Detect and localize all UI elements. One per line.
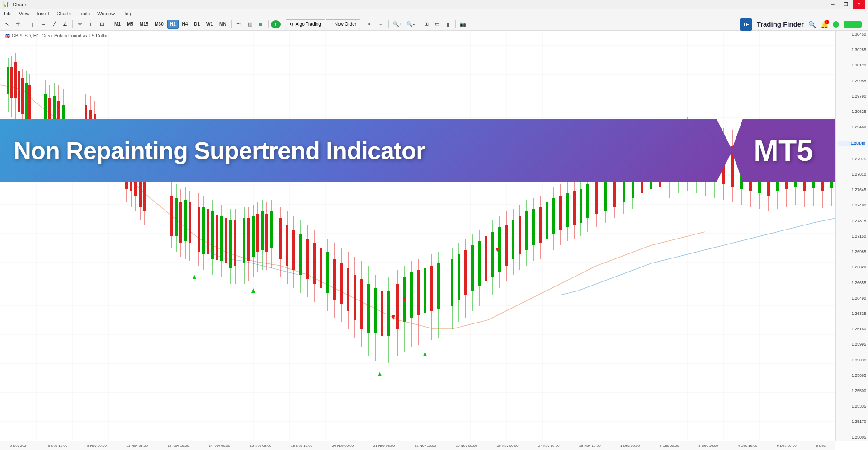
minimize-button[interactable]: ─: [826, 0, 839, 9]
svg-rect-74: [247, 218, 250, 261]
price-label: 1.25830: [838, 358, 866, 362]
banner-badge-text: MT5: [754, 133, 813, 168]
screenshot-btn[interactable]: 📷: [458, 19, 468, 29]
svg-rect-82: [265, 214, 268, 252]
time-label: 2 Dec 00:00: [660, 444, 679, 448]
vline-tool[interactable]: |: [28, 19, 38, 29]
price-label: 1.27975: [838, 157, 866, 161]
titlebar-left: 📊 Charts: [3, 1, 27, 7]
time-axis: 5 Nov 2024 6 Nov 16:00 8 Nov 00:00 11 No…: [0, 441, 835, 450]
svg-rect-114: [374, 288, 377, 333]
svg-rect-175: [573, 191, 576, 225]
tf-mn[interactable]: MN: [217, 20, 229, 29]
svg-rect-106: [347, 268, 349, 311]
menu-charts[interactable]: Charts: [53, 9, 75, 18]
chart-type-line[interactable]: 〜: [234, 19, 244, 29]
chart-shift-btn[interactable]: ⇤: [365, 19, 375, 29]
indicators-btn[interactable]: f: [271, 20, 281, 28]
price-label: 1.27810: [838, 172, 866, 177]
zoom-out-btn[interactable]: 🔍-: [405, 19, 416, 29]
text-tool[interactable]: T: [86, 19, 96, 29]
svg-rect-55: [202, 207, 205, 254]
app-icon: 📊: [3, 1, 9, 7]
tf-w1[interactable]: W1: [203, 20, 216, 29]
pen-tool[interactable]: ✏: [75, 19, 85, 29]
notification-btn[interactable]: 🔔 1: [821, 21, 828, 28]
svg-rect-4: [10, 67, 13, 98]
vol-btn[interactable]: ▭: [432, 19, 442, 29]
svg-rect-8: [18, 71, 20, 112]
svg-rect-90: [292, 230, 295, 270]
svg-rect-86: [279, 218, 282, 259]
maximize-button[interactable]: ❐: [840, 0, 852, 9]
tf-m15[interactable]: M15: [137, 20, 151, 29]
chart-type-candle[interactable]: ■: [256, 19, 266, 29]
chart-symbol-label: 🇬🇧 GBPUSD, H1: Great Britain Pound vs US…: [5, 33, 108, 38]
shapes-tool[interactable]: ⊞: [97, 19, 107, 29]
branding-logo: TF: [740, 18, 752, 31]
tf-m5[interactable]: M5: [124, 20, 136, 29]
svg-rect-57: [207, 209, 209, 254]
svg-rect-179: [586, 184, 589, 218]
chart-svg: [0, 31, 835, 441]
price-label: 1.27480: [838, 203, 866, 207]
svg-rect-140: [458, 254, 460, 300]
new-order-btn[interactable]: + New Order: [326, 19, 360, 29]
svg-rect-76: [252, 216, 255, 257]
chart-type-bar[interactable]: ▥: [245, 19, 255, 29]
autoscroll-btn[interactable]: ↔: [376, 19, 386, 29]
svg-rect-94: [306, 239, 309, 279]
menu-view[interactable]: View: [15, 9, 33, 18]
price-label: 1.26160: [838, 327, 866, 331]
tf-m30[interactable]: M30: [152, 20, 166, 29]
tf-h1[interactable]: H1: [167, 20, 179, 29]
hline-tool[interactable]: ─: [38, 19, 48, 29]
menu-insert[interactable]: Insert: [33, 9, 53, 18]
angle-tool[interactable]: ∠: [60, 19, 70, 29]
time-label: 11 Nov 08:00: [126, 444, 148, 448]
order-icon: +: [330, 22, 333, 27]
period-sep-btn[interactable]: ||: [443, 19, 453, 29]
svg-rect-161: [525, 211, 528, 250]
svg-rect-92: [299, 234, 302, 275]
time-label: 18 Nov 16:00: [291, 444, 313, 448]
svg-rect-163: [532, 209, 535, 245]
close-button[interactable]: ✕: [853, 0, 865, 9]
algo-trading-btn[interactable]: ⚙ Algo Trading: [286, 19, 325, 29]
svg-rect-133: [430, 266, 433, 311]
time-label: 21 Nov 08:00: [373, 444, 395, 448]
grid-btn[interactable]: ⊞: [421, 19, 431, 29]
zoom-in-btn[interactable]: 🔍+: [391, 19, 404, 29]
price-label: 1.26325: [838, 311, 866, 316]
tf-h4[interactable]: H4: [179, 20, 191, 29]
time-label: 15 Nov 08:00: [250, 444, 272, 448]
svg-rect-98: [320, 248, 322, 288]
time-label: 26 Nov 00:00: [497, 444, 519, 448]
tf-d1[interactable]: D1: [191, 20, 203, 29]
time-label: 14 Nov 00:00: [208, 444, 230, 448]
svg-rect-112: [367, 284, 370, 333]
price-label: 1.25005: [838, 435, 866, 440]
banner: Non Repainting Supertrend Indicator MT5: [0, 119, 835, 182]
crosshair-tool[interactable]: ✛: [13, 19, 23, 29]
svg-rect-146: [478, 241, 481, 286]
svg-rect-44: [175, 198, 178, 236]
menu-tools[interactable]: Tools: [75, 9, 94, 18]
svg-rect-84: [270, 211, 273, 248]
cursor-tool[interactable]: ↖: [2, 19, 12, 29]
time-label: 1 Dec 00:00: [620, 444, 640, 448]
svg-rect-48: [184, 200, 187, 241]
price-label: 1.29460: [838, 125, 866, 129]
menu-file[interactable]: File: [0, 9, 15, 18]
price-label: 1.25335: [838, 404, 866, 408]
title-bar: 📊 Charts ─ ❐ ✕: [0, 0, 868, 9]
svg-rect-173: [566, 193, 569, 227]
menu-help[interactable]: Help: [118, 9, 136, 18]
svg-rect-152: [498, 227, 501, 272]
trendline-tool[interactable]: ╱: [49, 19, 59, 29]
tf-m1[interactable]: M1: [112, 20, 123, 29]
search-button[interactable]: 🔍: [808, 21, 816, 28]
time-label: 8 Nov 00:00: [87, 444, 107, 448]
chart-area[interactable]: 🇬🇧 GBPUSD, H1: Great Britain Pound vs US…: [0, 31, 868, 450]
menu-window[interactable]: Window: [94, 9, 118, 18]
